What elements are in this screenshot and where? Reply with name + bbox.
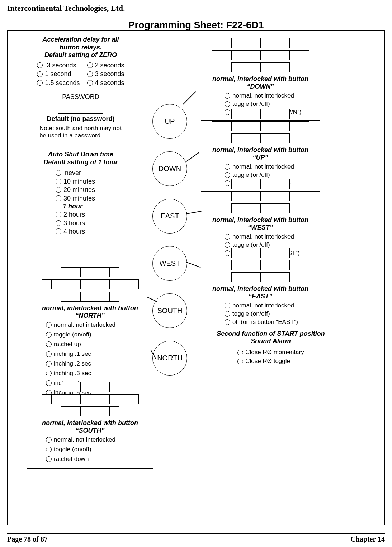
company-header: Intercontinental Technologies, Ltd. — [7, 4, 385, 14]
radio-icon[interactable] — [56, 187, 61, 193]
radio-icon[interactable] — [46, 332, 52, 338]
radio-icon[interactable] — [225, 303, 230, 308]
south-box-title: normal, interlocked with button “NORTH” — [31, 305, 149, 320]
radio-icon[interactable] — [46, 322, 52, 328]
radio-icon[interactable] — [56, 195, 61, 201]
radio-icon[interactable] — [225, 93, 230, 99]
input-cells[interactable] — [212, 50, 309, 60]
password-note: Note: south and north may not be used in… — [39, 125, 122, 139]
up-button[interactable]: UP — [152, 104, 187, 139]
footer-left: Page 78 of 87 — [7, 535, 48, 543]
input-cells[interactable] — [231, 133, 290, 143]
input-cells[interactable] — [231, 179, 290, 189]
radio-icon[interactable] — [37, 62, 43, 68]
input-cells[interactable] — [231, 109, 290, 119]
down-label: DOWN — [159, 165, 181, 173]
accel-title-l1: Acceleration delay for all — [29, 36, 133, 44]
input-cells[interactable] — [212, 260, 309, 270]
footer-right: Chapter 14 — [350, 535, 385, 543]
west-opt: toggle (on/off) — [232, 310, 270, 318]
accel-opt: 2 seconds — [95, 61, 124, 70]
input-cells[interactable] — [42, 279, 139, 289]
input-cells[interactable] — [61, 382, 119, 392]
autoshut-opt: 3 hours — [63, 219, 85, 227]
radio-icon[interactable] — [225, 234, 230, 240]
accel-opt: 1.5 seconds — [45, 79, 80, 87]
south-opt: inching .1 sec — [54, 350, 91, 358]
direction-column: UP DOWN EAST WEST SOUTH NORTH — [152, 104, 187, 388]
radio-icon[interactable] — [56, 220, 61, 226]
radio-icon[interactable] — [46, 456, 52, 462]
input-cells[interactable] — [212, 191, 309, 201]
radio-icon[interactable] — [37, 80, 43, 86]
input-cells[interactable] — [231, 38, 290, 48]
input-cells[interactable] — [231, 272, 290, 282]
accel-title-l3: Default setting of ZERO — [29, 51, 133, 59]
second-fn-opt: Close RØ toggle — [245, 357, 290, 366]
radio-icon[interactable] — [46, 351, 52, 357]
south-opt: inching .2 sec — [54, 360, 91, 368]
north-label: NORTH — [157, 354, 183, 362]
input-cells[interactable] — [212, 121, 309, 131]
input-cells[interactable] — [231, 248, 290, 258]
west-opt: normal, not interlocked — [232, 302, 294, 310]
autoshut-title-l2: Default setting of 1 hour — [36, 159, 126, 166]
west-options-box: normal, interlocked with button “EAST” n… — [201, 244, 320, 330]
radio-icon[interactable] — [46, 447, 52, 452]
south-opt: normal, not interlocked — [54, 321, 115, 329]
input-cells[interactable] — [42, 394, 139, 404]
east-button[interactable]: EAST — [152, 199, 187, 234]
north-opt: normal, not interlocked — [54, 436, 115, 444]
input-cells[interactable] — [61, 292, 119, 302]
radio-icon[interactable] — [225, 319, 230, 325]
page-footer: Page 78 of 87 Chapter 14 — [7, 533, 385, 543]
radio-icon[interactable] — [225, 164, 230, 170]
south-label: SOUTH — [157, 307, 183, 315]
password-input-cells[interactable] — [39, 103, 122, 114]
radio-icon[interactable] — [56, 212, 61, 217]
input-cells[interactable] — [231, 62, 290, 72]
radio-icon[interactable] — [225, 311, 230, 317]
up-opt: normal, not interlocked — [232, 92, 294, 100]
password-default: Default (no password) — [39, 115, 122, 123]
autoshut-block: Auto Shut Down time Default setting of 1… — [36, 151, 126, 236]
up-box-title: normal, interlocked with button “DOWN” — [205, 75, 316, 90]
accel-opt: 4 seconds — [95, 79, 124, 87]
east-label: EAST — [160, 212, 179, 220]
south-button[interactable]: SOUTH — [152, 293, 187, 328]
second-function-block: Second function of START position Sound … — [212, 330, 330, 366]
west-button[interactable]: WEST — [152, 246, 187, 281]
south-opt: ratchet up — [54, 340, 81, 349]
input-cells[interactable] — [61, 267, 119, 277]
radio-icon[interactable] — [56, 179, 61, 184]
password-label: PASSWORD — [39, 93, 122, 101]
radio-icon[interactable] — [87, 80, 93, 86]
radio-icon[interactable] — [87, 71, 93, 77]
north-button[interactable]: NORTH — [152, 341, 187, 376]
input-cells[interactable] — [61, 406, 119, 416]
west-opt: off (on is button “EAST”) — [232, 318, 298, 326]
acceleration-delay-block: Acceleration delay for all button relays… — [29, 36, 133, 87]
accel-opt: 1 second — [45, 70, 71, 78]
radio-icon[interactable] — [56, 170, 61, 176]
radio-icon[interactable] — [46, 341, 52, 347]
input-cells[interactable] — [231, 203, 290, 213]
radio-icon[interactable] — [56, 228, 61, 234]
password-block: PASSWORD Default (no password) Note: sou… — [39, 93, 122, 139]
autoshut-opt: 2 hours — [63, 211, 85, 219]
radio-icon[interactable] — [46, 437, 52, 443]
radio-icon[interactable] — [87, 62, 93, 68]
second-fn-title-l2: Sound Alarm — [212, 338, 330, 345]
accel-title-l2: button relays. — [29, 44, 133, 52]
radio-icon[interactable] — [46, 371, 52, 376]
north-options-box: normal, interlocked with button “SOUTH” … — [27, 377, 153, 469]
radio-icon[interactable] — [237, 350, 243, 355]
radio-icon[interactable] — [37, 71, 43, 77]
radio-icon[interactable] — [46, 361, 52, 367]
down-button[interactable]: DOWN — [152, 151, 187, 186]
radio-icon[interactable] — [237, 359, 243, 364]
page-title: Programming Sheet: F22-6D1 — [7, 20, 385, 31]
autoshut-opt: 30 minutes — [63, 194, 95, 203]
down-box-title: normal, interlocked with button “UP” — [205, 146, 316, 161]
autoshut-opt: never — [65, 169, 81, 177]
